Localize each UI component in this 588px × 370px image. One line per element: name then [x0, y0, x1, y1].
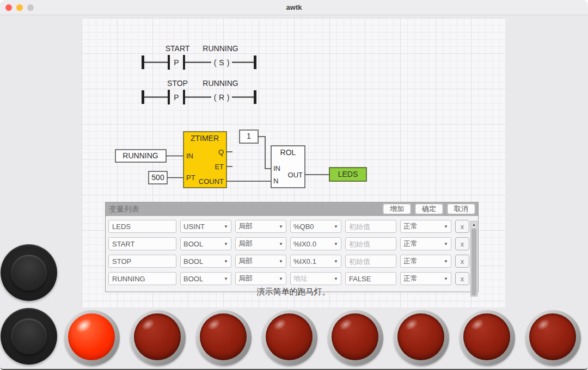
- led-bulb: [529, 313, 576, 360]
- variable-status-dropdown[interactable]: 正常 ▼: [400, 237, 451, 250]
- dropdown-arrow-icon: ▼: [334, 276, 338, 281]
- variable-address-dropdown[interactable]: %IX0.0 ▼: [290, 237, 341, 250]
- variable-type-dropdown[interactable]: BOOL ▼: [180, 272, 231, 285]
- rol-title: ROL: [280, 148, 296, 157]
- scroll-up-icon[interactable]: ▲: [471, 221, 477, 228]
- window-title: awtk: [286, 3, 302, 11]
- variable-list-body: USINT ▼ 局部 ▼ %QB0 ▼ 正常 ▼: [106, 220, 478, 297]
- led-bulb: [134, 313, 181, 360]
- scrollbar-thumb[interactable]: [471, 229, 476, 295]
- ztimer-title: ZTIMER: [191, 134, 219, 143]
- led-bulb: [266, 313, 313, 360]
- dropdown-arrow-icon: ▼: [334, 242, 338, 246]
- close-button[interactable]: [5, 4, 12, 11]
- svg-text:RUNNING: RUNNING: [122, 151, 158, 160]
- scrollbar[interactable]: ▲: [470, 221, 477, 297]
- coil-type-label: R: [219, 93, 224, 102]
- variable-address-dropdown[interactable]: %IX0.1 ▼: [290, 255, 341, 268]
- dropdown-arrow-icon: ▼: [224, 276, 228, 281]
- ztimer-block[interactable]: ZTIMER IN PT Q ET COUNT: [183, 132, 226, 188]
- coil-name-label: RUNNING: [203, 44, 238, 53]
- ok-button[interactable]: 确定: [415, 203, 443, 214]
- coil-paren-open: (: [214, 93, 217, 102]
- fbd-output-leds[interactable]: LEDS: [329, 168, 366, 181]
- titlebar: awtk: [0, 0, 588, 15]
- dropdown-arrow-icon: ▼: [279, 224, 283, 229]
- variable-row-stop: BOOL ▼ 局部 ▼ %IX0.1 ▼ 正常 ▼: [108, 255, 478, 268]
- led-bulb: [68, 313, 115, 360]
- led-indicator-3: [196, 310, 252, 366]
- initial-value-input[interactable]: [345, 220, 396, 233]
- coil-paren-close: ): [227, 58, 230, 67]
- push-button-2[interactable]: [1, 308, 57, 365]
- initial-value-input[interactable]: [345, 255, 396, 268]
- traffic-lights: [5, 4, 34, 11]
- initial-value-input[interactable]: [345, 272, 396, 285]
- zoom-button[interactable]: [27, 4, 34, 11]
- variable-row-leds: USINT ▼ 局部 ▼ %QB0 ▼ 正常 ▼: [108, 220, 478, 233]
- variable-scope-dropdown[interactable]: 局部 ▼: [235, 237, 286, 250]
- minimize-button[interactable]: [16, 4, 23, 11]
- dropdown-arrow-icon: ▼: [224, 259, 228, 264]
- variable-name-input[interactable]: [108, 272, 176, 285]
- variable-name-input[interactable]: [108, 220, 176, 233]
- fbd-network: RUNNING 500 ZTIMER IN PT Q ET COUNT: [115, 130, 366, 188]
- dropdown-arrow-icon: ▼: [444, 276, 448, 281]
- led-bulb: [463, 313, 510, 360]
- variable-status-dropdown[interactable]: 正常 ▼: [400, 255, 451, 268]
- variable-name-input[interactable]: [108, 255, 176, 268]
- rol-block[interactable]: ROL IN N OUT: [271, 146, 305, 188]
- variable-scope-dropdown[interactable]: 局部 ▼: [235, 220, 286, 233]
- delete-row-button[interactable]: x: [455, 272, 469, 285]
- dropdown-arrow-icon: ▼: [224, 224, 228, 229]
- dropdown-arrow-icon: ▼: [224, 242, 228, 246]
- variable-name-input[interactable]: [108, 237, 176, 250]
- push-button-1[interactable]: [1, 244, 57, 301]
- delete-row-button[interactable]: x: [455, 237, 469, 250]
- led-indicator-8: [525, 310, 581, 366]
- contact-name-label: START: [166, 44, 190, 53]
- dropdown-arrow-icon: ▼: [444, 259, 448, 264]
- ladder-rung-stop[interactable]: P ( R ) STOP RUNNING: [142, 79, 256, 104]
- coil-name-label: RUNNING: [203, 79, 238, 88]
- panel-title: 变量列表: [109, 205, 139, 214]
- fbd-input-running[interactable]: RUNNING: [115, 150, 166, 162]
- cancel-button[interactable]: 取消: [447, 203, 475, 214]
- ztimer-q-pin: Q: [218, 148, 224, 156]
- coil-paren-open: (: [214, 58, 217, 67]
- delete-row-button[interactable]: x: [455, 220, 469, 233]
- led-bulb: [200, 313, 247, 360]
- dropdown-arrow-icon: ▼: [279, 276, 283, 281]
- svg-text:1: 1: [247, 132, 251, 140]
- ztimer-pt-pin: PT: [186, 174, 195, 182]
- fbd-const-500[interactable]: 500: [149, 171, 167, 184]
- variable-type-dropdown[interactable]: BOOL ▼: [180, 255, 231, 268]
- dropdown-arrow-icon: ▼: [334, 259, 338, 264]
- fbd-const-1[interactable]: 1: [240, 130, 258, 143]
- add-button[interactable]: 增加: [383, 203, 411, 214]
- led-bulb: [332, 313, 378, 360]
- ladder-rung-start[interactable]: P ( S ) START RUNNING: [142, 44, 256, 70]
- ztimer-count-pin: COUNT: [199, 177, 224, 186]
- variable-type-dropdown[interactable]: BOOL ▼: [180, 237, 231, 250]
- dropdown-arrow-icon: ▼: [334, 224, 338, 229]
- variable-scope-dropdown[interactable]: 局部 ▼: [235, 272, 286, 285]
- main-content: P ( S ) START RUNNING P: [0, 15, 588, 369]
- variable-row-start: BOOL ▼ 局部 ▼ %IX0.0 ▼ 正常 ▼: [108, 237, 478, 250]
- variable-status-dropdown[interactable]: 正常 ▼: [400, 220, 451, 233]
- contact-type-label: P: [174, 93, 179, 102]
- variable-type-dropdown[interactable]: USINT ▼: [180, 220, 231, 233]
- contact-name-label: STOP: [167, 79, 188, 88]
- variable-status-dropdown[interactable]: 正常 ▼: [400, 272, 451, 285]
- variable-row-running: BOOL ▼ 局部 ▼ 地址 ▼ 正常 ▼: [108, 272, 478, 285]
- variable-address-dropdown[interactable]: 地址 ▼: [290, 272, 341, 285]
- variable-scope-dropdown[interactable]: 局部 ▼: [235, 255, 286, 268]
- description-text: 演示简单的跑马灯。: [82, 287, 505, 297]
- delete-row-button[interactable]: x: [455, 255, 469, 268]
- variable-address-dropdown[interactable]: %QB0 ▼: [290, 220, 341, 233]
- dropdown-arrow-icon: ▼: [279, 242, 283, 246]
- initial-value-input[interactable]: [345, 237, 396, 250]
- svg-text:500: 500: [151, 173, 164, 182]
- variable-list-header: 变量列表 增加 确定 取消: [106, 202, 478, 216]
- rol-out-pin: OUT: [288, 171, 303, 179]
